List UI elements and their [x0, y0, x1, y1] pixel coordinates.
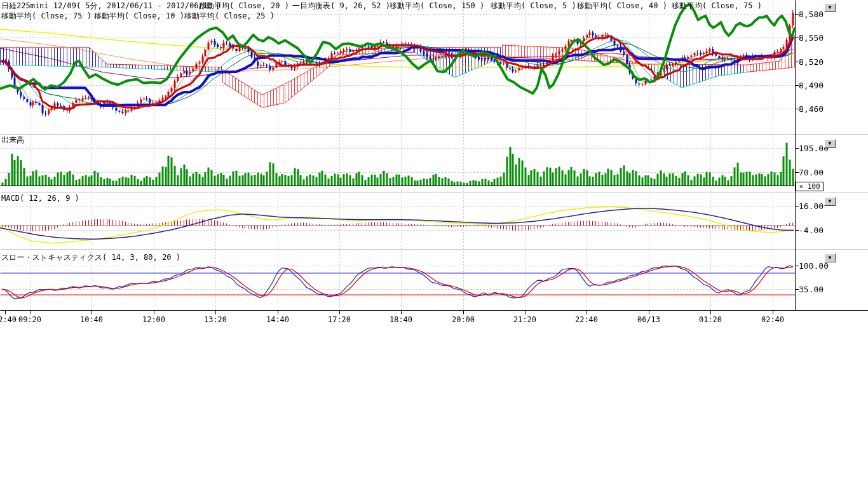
volume-panel-label: 出来高: [1, 135, 24, 146]
legend-item: 移動平均( Close, 5 ): [491, 1, 576, 11]
legend-item: 移動平均( Close, 150 ): [390, 1, 484, 11]
volume-tick-label: 70.00: [799, 168, 824, 177]
panel-scale-dropdown-button[interactable]: ▼: [824, 254, 836, 262]
time-label: 12:00: [142, 315, 165, 324]
panel-scale-dropdown-button[interactable]: ▼: [824, 139, 836, 148]
price-tick-label: 8,460: [799, 104, 824, 114]
legend-item: 日経225mini 12/09( 5分, 2012/06/11 - 2012/0…: [1, 1, 222, 11]
time-label: 21:20: [513, 315, 536, 324]
time-label: 14:40: [266, 315, 289, 324]
legend-item: 移動平均( Close, 20 ): [199, 1, 289, 11]
price-tick-label: 8,580: [799, 10, 824, 19]
legend-item: 移動平均( Close, 75 ): [1, 11, 92, 22]
legend-item: 一目均衡表( 9, 26, 52 ): [292, 1, 390, 11]
time-label: 18:40: [390, 315, 412, 324]
time-label: 10:40: [80, 315, 103, 324]
macd-panel-label: MACD( 12, 26, 9 ): [1, 194, 79, 203]
time-label: 02:40: [761, 315, 784, 324]
chart-canvas: [0, 0, 868, 488]
price-tick-label: 8,520: [799, 57, 824, 67]
price-tick-label: 8,490: [799, 81, 824, 90]
time-label: 09:20: [18, 315, 41, 324]
price-tick-label: 8,550: [799, 33, 824, 43]
panel-scale-dropdown-button[interactable]: ▼: [824, 3, 836, 12]
stoch-tick-label: 35.00: [799, 285, 824, 294]
macd-tick-label: 16.00: [799, 201, 824, 211]
stoch-panel-label: スロー・ストキャスティクス( 14, 3, 80, 20 ): [1, 252, 180, 263]
legend-item: 移動平均( Close, 25 ): [184, 11, 275, 22]
time-label: 06/13: [637, 315, 660, 324]
trading-chart-app: { "header": { "row1": [ {"text": "日経225m…: [0, 0, 868, 488]
time-label: 13:20: [204, 315, 227, 324]
time-label: 17:20: [328, 315, 351, 324]
panel-scale-dropdown-button[interactable]: ▼: [824, 197, 836, 206]
time-label: 22:40: [575, 315, 598, 324]
legend-item: 移動平均( Close, 10 ): [94, 11, 184, 22]
time-label: 02:40: [0, 315, 17, 324]
legend-item: 移動平均( Close, 40 ): [577, 1, 667, 11]
volume-multiplier-box: × 100: [796, 182, 824, 191]
legend-item: 移動平均( Close, 75 ): [672, 1, 762, 11]
macd-tick-label: -4.00: [799, 226, 824, 235]
time-label: 01:20: [699, 315, 722, 324]
time-label: 20:00: [452, 315, 475, 324]
